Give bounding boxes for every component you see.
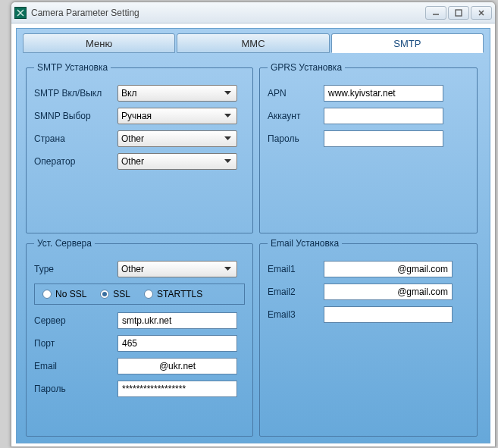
window-title: Camera Parameter Setting bbox=[31, 8, 424, 18]
account-input[interactable] bbox=[324, 108, 443, 124]
chevron-down-icon bbox=[221, 110, 233, 122]
port-input[interactable] bbox=[117, 335, 237, 352]
radio-ssl-label: SSL bbox=[113, 289, 130, 299]
apn-label: APN bbox=[268, 88, 316, 99]
email2-label: Email2 bbox=[268, 287, 316, 297]
tab-smtp[interactable]: SMTP bbox=[331, 33, 484, 53]
close-button[interactable] bbox=[471, 6, 492, 20]
country-label: Страна bbox=[34, 133, 110, 144]
app-icon bbox=[14, 7, 27, 19]
groups-container: SMTP Установка SMTP Вкл/Выкл Вкл SMNP Вы… bbox=[23, 59, 484, 437]
smnp-value: Ручная bbox=[121, 111, 221, 121]
type-combo[interactable]: Other bbox=[117, 261, 237, 277]
smnp-label: SMNP Выбор bbox=[34, 111, 110, 121]
email1-input[interactable] bbox=[324, 261, 453, 277]
radio-dot bbox=[42, 290, 52, 299]
radio-starttls-label: STARTTLS bbox=[157, 289, 202, 299]
maximize-button[interactable] bbox=[448, 6, 469, 20]
country-combo[interactable]: Other bbox=[117, 130, 237, 147]
ssl-option-box: No SSL SSL STARTTLS bbox=[34, 284, 245, 305]
country-value: Other bbox=[121, 133, 221, 144]
email2-input[interactable] bbox=[324, 284, 453, 300]
group-email-legend: Email Установка bbox=[268, 238, 342, 249]
radio-ssl[interactable]: SSL bbox=[100, 289, 130, 299]
gprs-password-input[interactable] bbox=[324, 130, 443, 147]
minimize-button[interactable] bbox=[425, 6, 446, 20]
email1-label: Email1 bbox=[268, 264, 316, 274]
operator-label: Оператор bbox=[34, 156, 110, 167]
radio-no-ssl-label: No SSL bbox=[55, 289, 86, 299]
gprs-password-label: Пароль bbox=[268, 133, 316, 144]
smtp-onoff-value: Вкл bbox=[121, 88, 221, 99]
email-label: Email bbox=[34, 361, 110, 371]
group-smtp-setup: SMTP Установка SMTP Вкл/Выкл Вкл SMNP Вы… bbox=[26, 62, 253, 233]
app-window: Camera Parameter Setting Меню MMC SMTP S… bbox=[11, 2, 496, 447]
tab-strip: Меню MMC SMTP bbox=[17, 29, 490, 53]
email3-input[interactable] bbox=[324, 306, 453, 323]
server-input[interactable] bbox=[117, 312, 237, 329]
apn-input[interactable] bbox=[324, 85, 443, 102]
group-server-legend: Уст. Сервера bbox=[34, 238, 95, 249]
tab-menu[interactable]: Меню bbox=[23, 33, 175, 53]
operator-combo[interactable]: Other bbox=[117, 153, 237, 170]
radio-dot bbox=[144, 290, 153, 299]
smnp-combo[interactable]: Ручная bbox=[117, 108, 237, 124]
radio-starttls[interactable]: STARTTLS bbox=[144, 289, 202, 299]
smtp-onoff-label: SMTP Вкл/Выкл bbox=[34, 88, 110, 99]
server-label: Сервер bbox=[34, 315, 110, 326]
group-gprs-setup: GPRS Установка APN Аккаунт Пароль bbox=[259, 62, 478, 233]
group-email-setup: Email Установка Email1 Email2 Email3 bbox=[259, 238, 478, 437]
operator-value: Other bbox=[121, 156, 221, 167]
server-password-label: Пароль bbox=[34, 384, 110, 394]
type-label: Type bbox=[34, 264, 110, 274]
email3-label: Email3 bbox=[268, 309, 316, 320]
smtp-onoff-combo[interactable]: Вкл bbox=[117, 85, 237, 102]
group-smtp-legend: SMTP Установка bbox=[34, 62, 111, 73]
titlebar: Camera Parameter Setting bbox=[11, 2, 495, 23]
port-label: Порт bbox=[34, 338, 110, 349]
group-gprs-legend: GPRS Установка bbox=[268, 62, 345, 73]
group-server-setup: Уст. Сервера Type Other No SSL SS bbox=[26, 238, 253, 437]
chevron-down-icon bbox=[221, 155, 233, 168]
type-value: Other bbox=[121, 264, 221, 274]
radio-dot bbox=[100, 290, 109, 299]
svg-rect-1 bbox=[456, 10, 462, 16]
chevron-down-icon bbox=[221, 87, 233, 99]
client-area: Меню MMC SMTP SMTP Установка SMTP Вкл/Вы… bbox=[16, 28, 490, 443]
account-label: Аккаунт bbox=[268, 111, 316, 121]
radio-no-ssl[interactable]: No SSL bbox=[42, 289, 86, 299]
email-input[interactable] bbox=[117, 358, 237, 374]
tab-mmc[interactable]: MMC bbox=[177, 33, 329, 53]
window-buttons bbox=[424, 6, 492, 20]
server-password-input[interactable] bbox=[117, 381, 237, 397]
chevron-down-icon bbox=[221, 263, 233, 275]
chevron-down-icon bbox=[221, 133, 233, 145]
